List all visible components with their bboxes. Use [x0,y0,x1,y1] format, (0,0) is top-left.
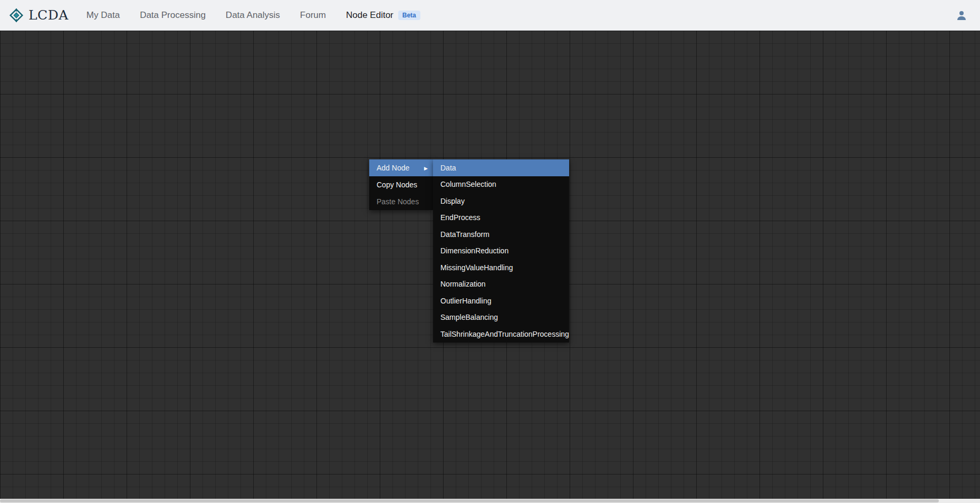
user-account-button[interactable] [955,8,968,22]
beta-badge: Beta [398,11,420,20]
brand-name: LCDA [28,7,69,23]
lcda-logo-icon [8,7,24,23]
nav-item-data-processing[interactable]: Data Processing [140,10,206,21]
brand[interactable]: LCDA [8,7,69,23]
horizontal-scrollbar[interactable] [0,499,980,503]
submenu-item-dimensionreduction[interactable]: DimensionReduction [433,243,569,260]
submenu-item-data[interactable]: Data [433,159,569,176]
submenu-item-datatransform[interactable]: DataTransform [433,226,569,243]
horizontal-scrollbar-thumb[interactable] [0,499,939,502]
submenu-item-columnselection[interactable]: ColumnSelection [433,176,569,193]
nav-item-my-data[interactable]: My Data [87,10,120,21]
submenu-item-normalization[interactable]: Normalization [433,276,569,293]
context-menu-item-paste-nodes: Paste Nodes [369,193,433,210]
user-icon [955,9,968,22]
context-menu-item-copy-nodes[interactable]: Copy Nodes [369,176,433,193]
submenu-item-display[interactable]: Display [433,193,569,210]
context-menu: Add Node ▶ Copy Nodes Paste Nodes [369,159,433,210]
nav-item-node-editor-label: Node Editor [346,10,393,21]
nav-item-forum[interactable]: Forum [300,10,326,21]
nav-item-node-editor[interactable]: Node Editor Beta [346,10,420,21]
main-nav: My Data Data Processing Data Analysis Fo… [87,10,420,21]
submenu-item-outlierhandling[interactable]: OutlierHandling [433,292,569,309]
submenu-item-missingvaluehandling[interactable]: MissingValueHandling [433,259,569,276]
add-node-label: Add Node [377,164,409,172]
top-navbar: LCDA My Data Data Processing Data Analys… [0,0,980,31]
submenu-item-tailshrinkage[interactable]: TailShrinkageAndTruncationProcessing [433,326,569,343]
add-node-submenu: Data ColumnSelection Display EndProcess … [433,159,569,343]
nav-item-data-analysis[interactable]: Data Analysis [226,10,280,21]
submenu-arrow-icon: ▶ [424,166,428,171]
submenu-item-endprocess[interactable]: EndProcess [433,210,569,226]
submenu-item-samplebalancing[interactable]: SampleBalancing [433,309,569,326]
context-menu-item-add-node[interactable]: Add Node ▶ [369,159,433,176]
